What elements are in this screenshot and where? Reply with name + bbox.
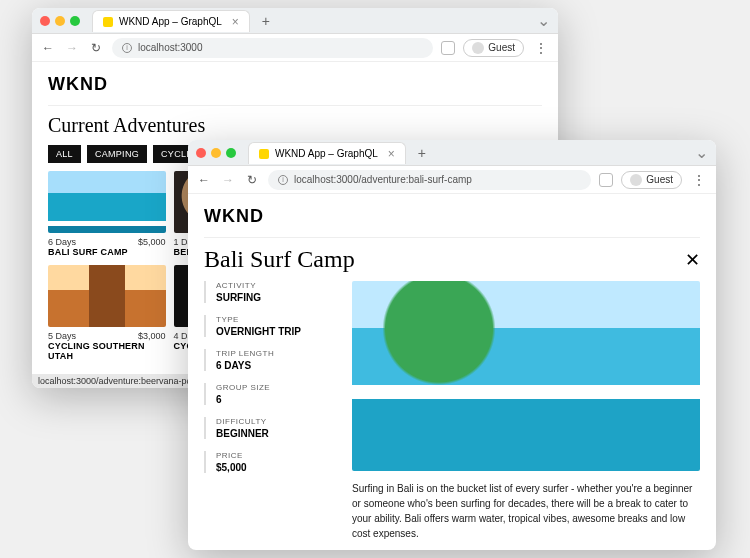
forward-button[interactable]: → (64, 41, 80, 55)
card-price: $3,000 (138, 331, 166, 341)
site-info-icon[interactable]: i (122, 43, 132, 53)
meta-item-activity: ACTIVITYSURFING (204, 281, 334, 303)
card-thumbnail (48, 171, 166, 233)
minimize-window-icon[interactable] (55, 16, 65, 26)
section-heading: Current Adventures (48, 114, 542, 137)
meta-sidebar: ACTIVITYSURFINGTYPEOVERNIGHT TRIPTRIP LE… (204, 281, 334, 550)
card-duration: 6 Days (48, 237, 76, 247)
reload-button[interactable]: ↻ (244, 173, 260, 187)
close-detail-icon[interactable]: ✕ (685, 249, 700, 271)
meta-label: TRIP LENGTH (216, 349, 334, 358)
site-logo[interactable]: WKND (48, 74, 542, 95)
site-logo[interactable]: WKND (204, 206, 700, 227)
card-duration: 5 Days (48, 331, 76, 341)
card-title: CYCLING SOUTHERN UTAH (48, 341, 166, 361)
maximize-window-icon[interactable] (70, 16, 80, 26)
meta-item-price: PRICE$5,000 (204, 451, 334, 473)
card-price: $5,000 (138, 237, 166, 247)
extensions-icon[interactable] (599, 173, 613, 187)
adventure-card[interactable]: 5 Days$3,000CYCLING SOUTHERN UTAH (48, 265, 166, 361)
card-thumbnail (48, 265, 166, 327)
meta-item-trip-length: TRIP LENGTH6 DAYS (204, 349, 334, 371)
address-bar: ← → ↻ i localhost:3000/adventure:bali-su… (188, 166, 716, 194)
maximize-window-icon[interactable] (226, 148, 236, 158)
back-button[interactable]: ← (196, 173, 212, 187)
browser-tab[interactable]: WKND App – GraphQL × (248, 142, 406, 164)
meta-item-type: TYPEOVERNIGHT TRIP (204, 315, 334, 337)
meta-value: BEGINNER (216, 428, 334, 439)
adventure-card[interactable]: 6 Days$5,000BALI SURF CAMP (48, 171, 166, 257)
meta-value: $5,000 (216, 462, 334, 473)
close-window-icon[interactable] (196, 148, 206, 158)
meta-label: DIFFICULTY (216, 417, 334, 426)
tab-close-icon[interactable]: × (388, 147, 395, 161)
browser-window-detail: WKND App – GraphQL × + ⌄ ← → ↻ i localho… (188, 140, 716, 550)
meta-label: GROUP SIZE (216, 383, 334, 392)
meta-value: SURFING (216, 292, 334, 303)
description-paragraph: Surfing in Bali is on the bucket list of… (352, 481, 700, 541)
meta-label: TYPE (216, 315, 334, 324)
meta-value: OVERNIGHT TRIP (216, 326, 334, 337)
url-text: localhost:3000 (138, 42, 203, 53)
profile-button[interactable]: Guest (621, 171, 682, 189)
traffic-lights (196, 148, 236, 158)
meta-item-group-size: GROUP SIZE6 (204, 383, 334, 405)
forward-button[interactable]: → (220, 173, 236, 187)
page-title: Bali Surf Camp (204, 246, 355, 273)
card-meta-row: 5 Days$3,000 (48, 331, 166, 341)
meta-value: 6 (216, 394, 334, 405)
close-window-icon[interactable] (40, 16, 50, 26)
tab-close-icon[interactable]: × (232, 15, 239, 29)
browser-tab[interactable]: WKND App – GraphQL × (92, 10, 250, 32)
meta-item-difficulty: DIFFICULTYBEGINNER (204, 417, 334, 439)
url-input[interactable]: i localhost:3000 (112, 38, 433, 58)
window-chevron-icon[interactable]: ⌄ (536, 11, 550, 30)
window-chevron-icon[interactable]: ⌄ (694, 143, 708, 162)
reload-button[interactable]: ↻ (88, 41, 104, 55)
profile-button[interactable]: Guest (463, 39, 524, 57)
avatar-icon (472, 42, 484, 54)
content-column: Surfing in Bali is on the bucket list of… (352, 281, 700, 550)
tab-title: WKND App – GraphQL (275, 148, 378, 159)
browser-menu-icon[interactable]: ⋮ (532, 40, 550, 56)
back-button[interactable]: ← (40, 41, 56, 55)
divider (48, 105, 542, 106)
url-text: localhost:3000/adventure:bali-surf-camp (294, 174, 472, 185)
browser-menu-icon[interactable]: ⋮ (690, 172, 708, 188)
new-tab-button[interactable]: + (256, 13, 276, 29)
filter-chip-all[interactable]: ALL (48, 145, 81, 163)
address-bar: ← → ↻ i localhost:3000 Guest ⋮ (32, 34, 558, 62)
extensions-icon[interactable] (441, 41, 455, 55)
filter-chip-camping[interactable]: CAMPING (87, 145, 147, 163)
new-tab-button[interactable]: + (412, 145, 432, 161)
favicon-icon (259, 149, 269, 159)
card-meta-row: 6 Days$5,000 (48, 237, 166, 247)
site-info-icon[interactable]: i (278, 175, 288, 185)
card-title: BALI SURF CAMP (48, 247, 166, 257)
favicon-icon (103, 17, 113, 27)
url-input[interactable]: i localhost:3000/adventure:bali-surf-cam… (268, 170, 591, 190)
hero-image (352, 281, 700, 471)
meta-label: PRICE (216, 451, 334, 460)
titlebar: WKND App – GraphQL × + ⌄ (32, 8, 558, 34)
titlebar: WKND App – GraphQL × + ⌄ (188, 140, 716, 166)
traffic-lights (40, 16, 80, 26)
page-content: WKND Bali Surf Camp ✕ ACTIVITYSURFINGTYP… (188, 194, 716, 550)
profile-label: Guest (488, 42, 515, 53)
divider (204, 237, 700, 238)
meta-value: 6 DAYS (216, 360, 334, 371)
minimize-window-icon[interactable] (211, 148, 221, 158)
meta-label: ACTIVITY (216, 281, 334, 290)
profile-label: Guest (646, 174, 673, 185)
avatar-icon (630, 174, 642, 186)
tab-title: WKND App – GraphQL (119, 16, 222, 27)
